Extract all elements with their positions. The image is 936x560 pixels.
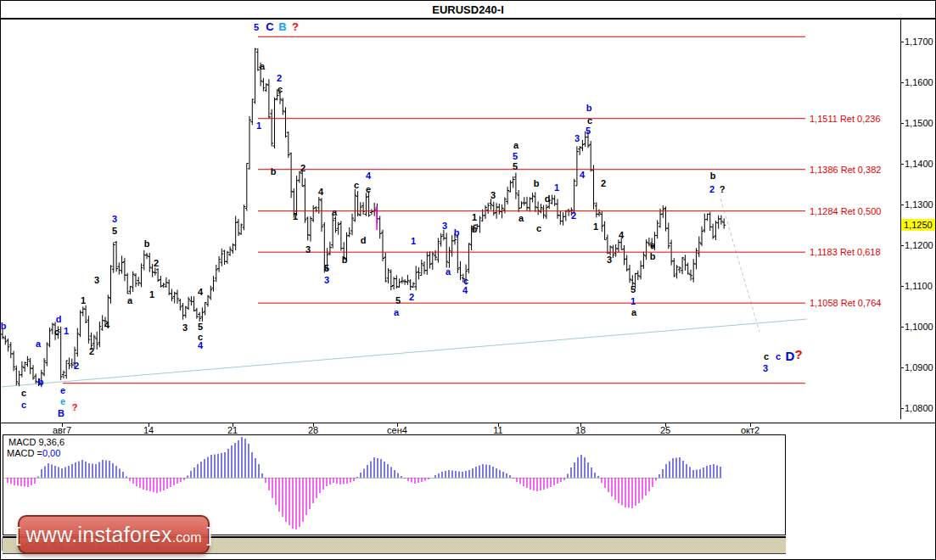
wave-label: d: [56, 314, 62, 324]
wave-label: 1: [256, 120, 261, 131]
wave-label: 1: [81, 295, 86, 305]
wave-label: B: [278, 20, 286, 33]
price-axis-label: 1,0900: [905, 362, 933, 372]
price-axis-label: 1,1500: [905, 118, 933, 128]
wave-label: 3: [574, 133, 580, 143]
projection-line: [720, 199, 759, 332]
wave-label: 4: [198, 287, 203, 297]
wave-label: 2: [74, 361, 79, 371]
time-axis-label: 11: [493, 425, 502, 435]
price-axis-label: 1,1200: [905, 240, 933, 250]
wave-label: d: [545, 193, 551, 204]
wave-label: b: [1, 321, 7, 331]
wave-label: 1: [411, 236, 416, 246]
ascending-trendline: [1, 319, 807, 387]
wave-label: 5: [586, 126, 591, 136]
wave-label: a: [513, 140, 518, 150]
wave-label: 5: [254, 22, 259, 32]
wave-label: c: [764, 351, 769, 361]
time-axis-label: окт2: [741, 425, 759, 435]
wave-label: ?: [292, 20, 299, 33]
current-price-tag: 1,1250: [901, 219, 936, 231]
wave-label: a: [127, 295, 132, 305]
price-axis-label: 1,1700: [905, 36, 933, 47]
wave-label: 1: [472, 212, 477, 222]
wave-label: 5: [395, 295, 401, 305]
watermark-suffix: .com: [172, 530, 202, 545]
wave-label: D: [786, 349, 795, 363]
wave-label: ?: [72, 402, 78, 412]
price-axis-label: 1,1000: [905, 322, 933, 332]
wave-label: 2: [571, 210, 576, 221]
wave-label: a: [394, 307, 399, 317]
fib-level-label: 1,1058 Ret 0,764: [810, 298, 881, 308]
wave-label: d: [361, 235, 367, 245]
wave-label: 2: [277, 73, 282, 83]
wave-label: 3: [490, 190, 496, 200]
watermark-text: www.instaforex: [26, 523, 172, 546]
wave-label: 3: [182, 322, 188, 333]
time-axis-label: 18: [575, 425, 586, 435]
wave-label: a: [332, 207, 337, 217]
wave-label: 5: [513, 151, 518, 161]
time-axis-label: 28: [308, 425, 318, 435]
time-axis-label: сен4: [387, 425, 407, 435]
price-bars: [3, 48, 724, 388]
time-axis-label: 25: [660, 425, 670, 435]
wave-label: a: [446, 266, 451, 277]
wave-label: b: [650, 251, 656, 261]
wave-label: c: [587, 115, 592, 126]
wave-label: a: [518, 213, 524, 223]
price-axis-label: 1,1300: [905, 199, 933, 210]
wave-label: c: [277, 84, 283, 94]
wave-label: b: [454, 227, 460, 238]
wave-label: 2: [409, 292, 414, 302]
wave-label: a: [36, 339, 41, 349]
price-axis-label: 1,1100: [905, 281, 933, 291]
wave-label: 4: [366, 171, 371, 181]
wave-label: c: [21, 400, 26, 410]
wave-label: 5: [631, 284, 636, 294]
macd-indicator-value: MACD =0,00: [7, 448, 60, 458]
wave-label: 2: [709, 184, 715, 194]
wave-label: ?: [720, 184, 726, 194]
fib-level-label: 1,1511 Ret 0,236: [810, 114, 881, 124]
wave-label: 5: [112, 226, 117, 236]
wave-label: c: [536, 223, 541, 233]
price-axis-label: 1,1400: [905, 159, 933, 169]
fib-level-label: 1,1183 Ret 0,618: [810, 247, 881, 257]
price-axis-label: 1,0800: [905, 403, 933, 413]
wave-label: 4: [619, 230, 624, 240]
wave-label: c: [54, 327, 59, 337]
price-bar-ticks: [1, 49, 726, 384]
wave-label: 2: [300, 163, 305, 173]
wave-label: b: [710, 171, 716, 181]
watermark-bracket-left: [: [15, 523, 21, 546]
wave-label: 3: [607, 255, 612, 265]
wave-label: 2: [89, 346, 94, 356]
wave-label: ?: [794, 347, 802, 361]
wave-label: C: [266, 20, 273, 33]
wave-label: c: [354, 180, 359, 190]
wave-label: 3: [763, 363, 768, 373]
wave-label: 5: [513, 161, 518, 171]
instaforex-watermark: [ www.instaforex.com ]: [18, 515, 210, 554]
wave-label: a: [260, 61, 265, 71]
time-axis-label: 14: [143, 425, 154, 435]
wave-label: 4: [580, 170, 585, 180]
wave-label: b: [586, 103, 592, 113]
time-axis-label: авг7: [53, 425, 71, 435]
wave-label: 5: [324, 263, 329, 273]
wave-label: b: [534, 178, 540, 188]
wave-label: a: [631, 307, 636, 317]
wave-label: b: [342, 255, 348, 265]
macd-indicator-name: MACD 9,36,6: [8, 437, 64, 447]
wave-label: 4: [318, 187, 323, 197]
fib-level-label: 1,1284 Ret 0,500: [810, 206, 881, 216]
wave-label: 1: [593, 221, 598, 232]
wave-label: 1: [64, 326, 69, 336]
wave-label: b: [472, 224, 478, 234]
wave-label: b: [144, 238, 150, 249]
macd-histogram-positive: [38, 437, 720, 478]
watermark-bracket-right: ]: [207, 523, 213, 546]
